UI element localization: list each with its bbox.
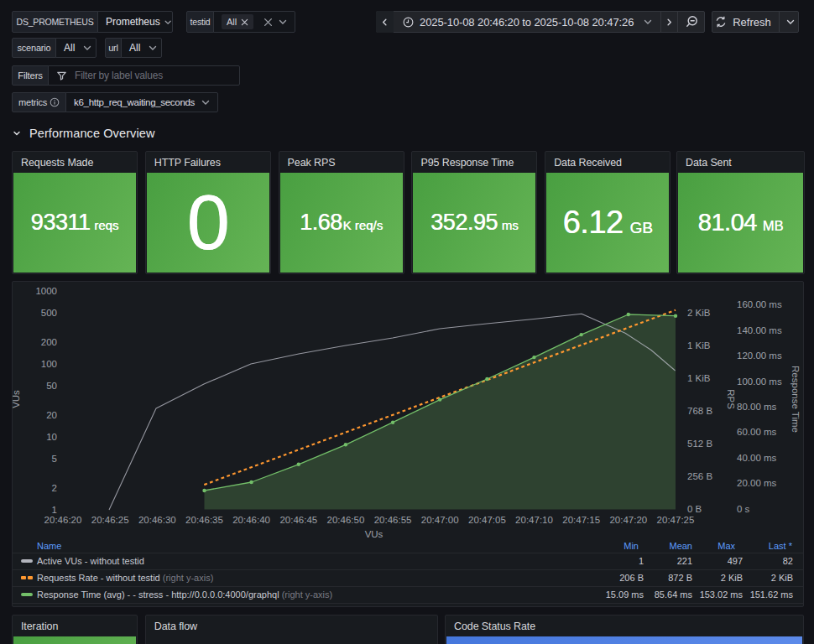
- svg-text:20:47:10: 20:47:10: [515, 515, 553, 525]
- svg-text:2 KiB: 2 KiB: [687, 308, 711, 318]
- svg-text:Response Time: Response Time: [791, 366, 801, 433]
- svg-text:80.00 ms: 80.00 ms: [737, 402, 777, 412]
- svg-text:1: 1: [52, 505, 57, 515]
- svg-text:10: 10: [46, 432, 57, 442]
- svg-text:20:46:50: 20:46:50: [327, 515, 365, 525]
- svg-text:140.00 ms: 140.00 ms: [737, 325, 782, 335]
- svg-text:256 B: 256 B: [687, 471, 712, 481]
- svg-text:20:47:00: 20:47:00: [421, 515, 459, 525]
- svg-text:40.00 ms: 40.00 ms: [737, 453, 777, 463]
- svg-text:50: 50: [46, 381, 57, 391]
- svg-text:RPS: RPS: [726, 389, 736, 409]
- svg-text:120.00 ms: 120.00 ms: [737, 351, 782, 361]
- svg-text:20:47:25: 20:47:25: [657, 515, 695, 525]
- svg-text:20:46:45: 20:46:45: [279, 515, 317, 525]
- svg-text:60.00 ms: 60.00 ms: [737, 427, 777, 437]
- svg-text:20:47:15: 20:47:15: [562, 515, 600, 525]
- svg-text:20:46:30: 20:46:30: [138, 515, 176, 525]
- svg-text:20.00 ms: 20.00 ms: [737, 478, 777, 488]
- svg-text:20:46:20: 20:46:20: [44, 515, 82, 525]
- svg-text:20:46:25: 20:46:25: [91, 515, 129, 525]
- svg-text:5: 5: [52, 454, 57, 464]
- svg-text:1 KiB: 1 KiB: [687, 340, 711, 351]
- svg-text:20: 20: [46, 410, 57, 420]
- svg-text:100: 100: [41, 359, 57, 369]
- svg-text:500: 500: [41, 308, 57, 318]
- svg-text:2: 2: [52, 483, 57, 493]
- svg-text:100.00 ms: 100.00 ms: [737, 377, 782, 387]
- svg-text:1000: 1000: [35, 286, 57, 296]
- svg-text:200: 200: [41, 337, 57, 347]
- svg-text:20:46:35: 20:46:35: [185, 515, 223, 525]
- svg-text:1 KiB: 1 KiB: [687, 373, 711, 383]
- svg-text:20:46:40: 20:46:40: [232, 515, 270, 525]
- svg-text:0 s: 0 s: [737, 504, 750, 514]
- svg-text:768 B: 768 B: [687, 406, 712, 416]
- svg-text:160.00 ms: 160.00 ms: [737, 299, 782, 309]
- svg-text:20:47:20: 20:47:20: [609, 515, 647, 525]
- svg-text:20:47:05: 20:47:05: [468, 515, 506, 525]
- svg-text:20:46:55: 20:46:55: [374, 515, 412, 525]
- svg-text:512 B: 512 B: [687, 439, 712, 449]
- svg-text:0 B: 0 B: [687, 504, 702, 514]
- svg-text:VUs: VUs: [13, 390, 21, 408]
